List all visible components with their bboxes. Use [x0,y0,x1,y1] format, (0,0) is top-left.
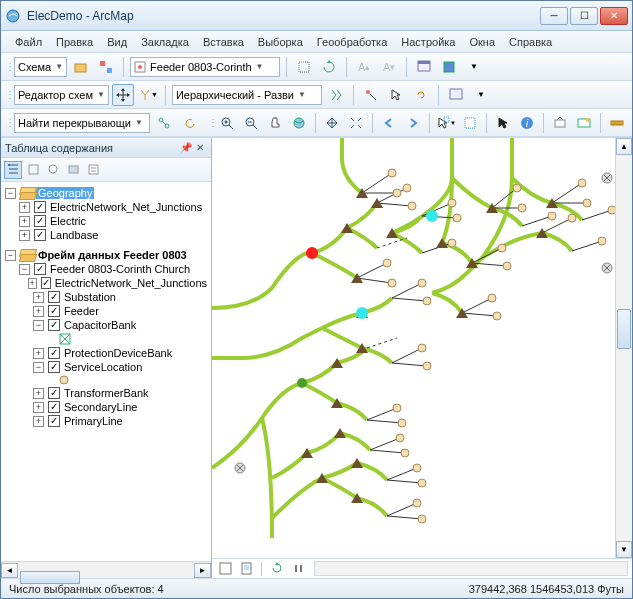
list-by-source-icon[interactable] [24,161,42,179]
zoom-in-icon[interactable] [216,112,238,134]
pin-icon[interactable]: 📌 [179,142,193,153]
text-up-icon[interactable]: A▴ [353,56,375,78]
group-feeder-frame[interactable]: Фрейм данных Feeder 0803 [36,249,189,261]
menu-edit[interactable]: Правка [50,34,99,50]
checkbox[interactable]: ✓ [41,277,51,289]
checkbox[interactable]: ✓ [34,201,46,213]
tree-layout-icon[interactable]: ▼ [137,84,159,106]
expand-icon[interactable]: + [28,278,37,289]
checkbox[interactable]: ✓ [34,229,46,241]
collapse-icon[interactable]: − [33,362,44,373]
editor-combo[interactable]: Редактор схем▼ [14,85,109,105]
open-icon[interactable] [70,56,92,78]
checkbox[interactable]: ✓ [48,305,60,317]
cursor-icon[interactable] [385,84,407,106]
layout-props-icon[interactable] [445,84,467,106]
menu-selection[interactable]: Выборка [252,34,309,50]
expand-icon[interactable]: + [33,388,44,399]
v-scrollbar[interactable]: ▲▼ [615,138,632,558]
menu-view[interactable]: Вид [101,34,133,50]
checkbox[interactable]: ✓ [48,387,60,399]
svg-point-44 [608,206,615,214]
menu-help[interactable]: Справка [503,34,558,50]
layout-algo-combo[interactable]: Иерархический - Разви▼ [172,85,322,105]
zoom-out-icon[interactable] [240,112,262,134]
fixed-zoom-out-icon[interactable] [345,112,367,134]
h-scrollbar[interactable]: ◄ ► [1,561,211,578]
checkbox[interactable]: ✓ [48,361,60,373]
list-by-visibility-icon[interactable] [44,161,62,179]
run-layout-icon[interactable] [325,84,347,106]
find-combo[interactable]: Найти перекрывающи▼ [14,113,150,133]
collapse-icon[interactable]: − [19,264,30,275]
expand-icon[interactable]: + [19,202,30,213]
close-button[interactable]: ✕ [600,7,628,25]
menubar: Файл Правка Вид Закладка Вставка Выборка… [1,31,632,53]
checkbox[interactable]: ✓ [48,401,60,413]
collapse-icon[interactable]: − [33,320,44,331]
checkbox[interactable]: ✓ [48,291,60,303]
expand-icon[interactable]: + [33,402,44,413]
maximize-button[interactable]: ☐ [570,7,598,25]
dropdown2-icon[interactable]: ▼ [470,84,492,106]
prev-extent-icon[interactable] [378,112,400,134]
next-extent-icon[interactable] [402,112,424,134]
expand-icon[interactable]: + [33,292,44,303]
select-elements-icon[interactable] [492,112,514,134]
pause-drawing-icon[interactable] [289,561,307,577]
checkbox[interactable]: ✓ [34,263,46,275]
layout-view-icon[interactable] [237,561,255,577]
refresh-icon[interactable] [318,56,340,78]
expand-icon[interactable]: + [33,416,44,427]
identify-icon[interactable]: i [516,112,538,134]
expand-icon[interactable]: + [19,230,30,241]
checkbox[interactable]: ✓ [48,319,60,331]
rotate-icon[interactable] [410,84,432,106]
move-node-icon[interactable] [112,84,134,106]
text-down-icon[interactable]: A▾ [378,56,400,78]
edit-node-icon[interactable] [360,84,382,106]
pan-icon[interactable] [264,112,286,134]
collapse-icon[interactable]: − [5,250,16,261]
full-extent-icon[interactable] [288,112,310,134]
checkbox[interactable]: ✓ [48,415,60,427]
list-by-drawing-icon[interactable] [4,161,22,179]
measure-icon[interactable] [606,112,628,134]
options-icon[interactable] [84,161,102,179]
hyperlink-icon[interactable] [549,112,571,134]
find-graph-icon[interactable] [153,112,175,134]
save-icon[interactable] [438,56,460,78]
close-panel-icon[interactable]: ✕ [193,142,207,153]
menu-file[interactable]: Файл [9,34,48,50]
checkbox[interactable]: ✓ [34,215,46,227]
toggle-icon[interactable] [95,56,117,78]
refresh-view-icon[interactable] [268,561,286,577]
toc-tree[interactable]: −Geography +✓ElectricNetwork_Net_Junctio… [1,182,211,561]
clear-selection-icon[interactable] [459,112,481,134]
find-undo-icon[interactable] [178,112,200,134]
expand-icon[interactable]: + [33,306,44,317]
menu-geoprocessing[interactable]: Геообработка [311,34,394,50]
menu-bookmark[interactable]: Закладка [135,34,195,50]
group-geography[interactable]: Geography [36,187,94,199]
checkbox[interactable]: ✓ [48,347,60,359]
h-scrollbar-map[interactable] [314,561,628,576]
map-view[interactable] [212,138,615,558]
html-popup-icon[interactable] [573,112,595,134]
feeder-combo[interactable]: Feeder 0803-Corinth▼ [130,57,280,77]
menu-windows[interactable]: Окна [463,34,501,50]
expand-icon[interactable]: + [19,216,30,227]
menu-insert[interactable]: Вставка [197,34,250,50]
dropdown-icon[interactable]: ▼ [463,56,485,78]
minimize-button[interactable]: ─ [540,7,568,25]
select-features-icon[interactable]: ▼ [435,112,457,134]
data-view-icon[interactable] [216,561,234,577]
scheme-combo[interactable]: Схема▼ [14,57,67,77]
properties-icon[interactable] [413,56,435,78]
select-box-icon[interactable] [293,56,315,78]
menu-customize[interactable]: Настройка [395,34,461,50]
expand-icon[interactable]: + [33,348,44,359]
list-by-selection-icon[interactable] [64,161,82,179]
fixed-zoom-in-icon[interactable] [321,112,343,134]
collapse-icon[interactable]: − [5,188,16,199]
